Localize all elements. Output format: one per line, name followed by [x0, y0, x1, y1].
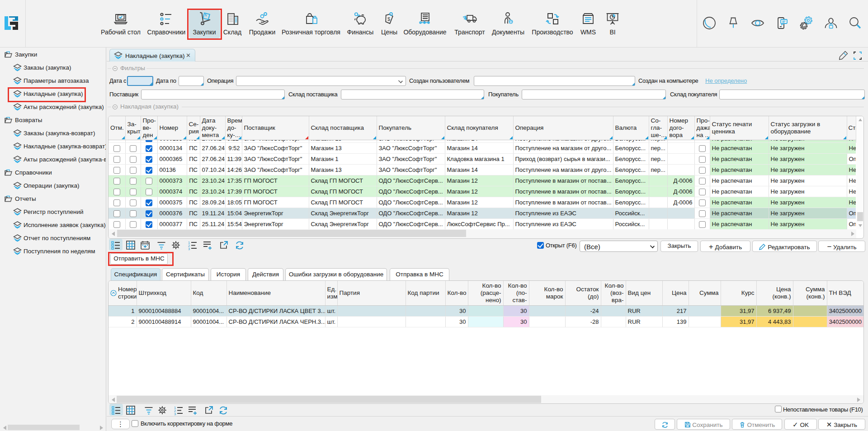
svg-text:$: $	[387, 16, 390, 22]
svg-text:3: 3	[188, 247, 190, 251]
svg-text:3: 3	[174, 412, 176, 416]
